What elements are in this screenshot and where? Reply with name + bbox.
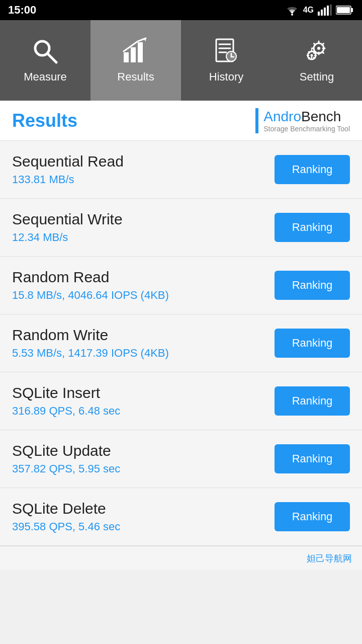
result-info-sqlite-delete: SQLite Delete 395.58 QPS, 5.46 sec <box>12 500 120 533</box>
result-info-random-write: Random Write 5.53 MB/s, 1417.39 IOPS (4K… <box>12 327 169 360</box>
result-row-sqlite-insert: SQLite Insert 316.89 QPS, 6.48 sec Ranki… <box>0 372 362 430</box>
result-row-sqlite-delete: SQLite Delete 395.58 QPS, 5.46 sec Ranki… <box>0 488 362 546</box>
result-row-sequential-read: Sequential Read 133.81 MB/s Ranking <box>0 141 362 199</box>
result-name-sqlite-insert: SQLite Insert <box>12 384 120 401</box>
svg-rect-7 <box>351 8 353 12</box>
wifi-icon <box>285 5 299 16</box>
svg-point-0 <box>291 14 293 16</box>
tab-history-label: History <box>209 70 243 84</box>
status-bar: 15:00 4G <box>0 0 362 20</box>
result-value-random-read: 15.8 MB/s, 4046.64 IOPS (4KB) <box>12 289 169 302</box>
result-row-random-read: Random Read 15.8 MB/s, 4046.64 IOPS (4KB… <box>0 257 362 314</box>
brand-andro: Andro <box>263 109 301 124</box>
result-value-random-write: 5.53 MB/s, 1417.39 IOPS (4KB) <box>12 347 169 360</box>
svg-rect-1 <box>318 12 320 16</box>
tab-measure-label: Measure <box>24 70 67 84</box>
tab-results[interactable]: Results <box>90 20 181 101</box>
result-name-random-write: Random Write <box>12 327 169 344</box>
signal-icon <box>318 5 332 16</box>
result-value-sqlite-update: 357.82 QPS, 5.95 sec <box>12 462 120 475</box>
svg-rect-5 <box>330 5 332 16</box>
footer-watermark: 妲己导航网 <box>307 552 352 565</box>
result-name-sequential-read: Sequential Read <box>12 153 124 170</box>
result-info-sqlite-update: SQLite Update 357.82 QPS, 5.95 sec <box>12 442 120 475</box>
brand-bar <box>255 108 258 133</box>
svg-rect-12 <box>131 47 136 62</box>
result-value-sequential-read: 133.81 MB/s <box>12 173 124 186</box>
result-row-random-write: Random Write 5.53 MB/s, 1417.39 IOPS (4K… <box>0 314 362 372</box>
svg-rect-2 <box>321 10 323 16</box>
svg-rect-13 <box>138 42 143 62</box>
tab-history[interactable]: History <box>181 20 272 101</box>
result-row-sequential-write: Sequential Write 12.34 MB/s Ranking <box>0 199 362 257</box>
results-icon <box>122 37 150 65</box>
result-info-random-read: Random Read 15.8 MB/s, 4046.64 IOPS (4KB… <box>12 269 169 302</box>
svg-rect-11 <box>124 52 129 62</box>
results-header: Results AndroBench Storage Benchmarking … <box>0 101 362 141</box>
brand-container: AndroBench Storage Benchmarking Tool <box>255 108 350 133</box>
setting-icon <box>303 37 331 65</box>
tab-setting-label: Setting <box>300 70 334 84</box>
results-list: Sequential Read 133.81 MB/s Ranking Sequ… <box>0 141 362 546</box>
result-value-sequential-write: 12.34 MB/s <box>12 231 123 244</box>
svg-rect-8 <box>337 7 350 13</box>
ranking-button-random-read[interactable]: Ranking <box>275 271 350 300</box>
result-info-sqlite-insert: SQLite Insert 316.89 QPS, 6.48 sec <box>12 384 120 418</box>
result-value-sqlite-delete: 395.58 QPS, 5.46 sec <box>12 520 120 533</box>
ranking-button-sequential-write[interactable]: Ranking <box>275 213 350 242</box>
ranking-button-sequential-read[interactable]: Ranking <box>275 155 350 184</box>
history-icon <box>212 37 240 65</box>
result-name-sqlite-delete: SQLite Delete <box>12 500 120 517</box>
tab-results-label: Results <box>117 70 154 84</box>
result-name-random-read: Random Read <box>12 269 169 286</box>
result-value-sqlite-insert: 316.89 QPS, 6.48 sec <box>12 405 120 418</box>
ranking-button-sqlite-update[interactable]: Ranking <box>275 444 350 473</box>
time-display: 15:00 <box>8 4 36 17</box>
network-label: 4G <box>303 6 314 15</box>
ranking-button-random-write[interactable]: Ranking <box>275 329 350 358</box>
result-name-sequential-write: Sequential Write <box>12 211 123 228</box>
tab-measure[interactable]: Measure <box>0 20 90 101</box>
svg-point-21 <box>317 47 320 50</box>
result-name-sqlite-update: SQLite Update <box>12 442 120 459</box>
brand-sub: Storage Benchmarking Tool <box>263 125 350 133</box>
ranking-button-sqlite-delete[interactable]: Ranking <box>275 502 350 531</box>
ranking-button-sqlite-insert[interactable]: Ranking <box>275 386 350 416</box>
status-icons: 4G <box>285 5 354 16</box>
battery-icon <box>336 5 354 15</box>
measure-icon <box>31 37 59 65</box>
brand-name: AndroBench <box>263 109 350 125</box>
footer: 妲己导航网 <box>0 546 362 570</box>
result-info-sequential-read: Sequential Read 133.81 MB/s <box>12 153 124 186</box>
svg-line-10 <box>47 53 56 62</box>
results-title: Results <box>12 110 77 131</box>
brand-text: AndroBench Storage Benchmarking Tool <box>263 109 350 133</box>
svg-rect-4 <box>327 6 329 16</box>
result-info-sequential-write: Sequential Write 12.34 MB/s <box>12 211 123 244</box>
tab-setting[interactable]: Setting <box>272 20 362 101</box>
brand-bench: Bench <box>301 109 341 124</box>
svg-rect-3 <box>324 8 326 16</box>
result-row-sqlite-update: SQLite Update 357.82 QPS, 5.95 sec Ranki… <box>0 430 362 488</box>
tab-bar: Measure Results History <box>0 20 362 101</box>
